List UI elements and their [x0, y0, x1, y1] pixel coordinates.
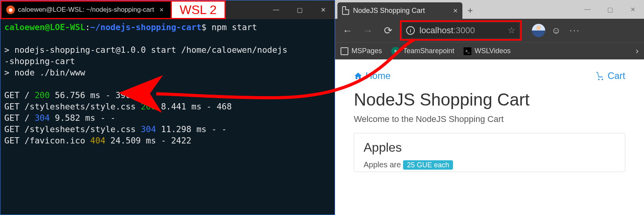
terminal-tab[interactable]: ◉ caloewen@LOE-WSL: ~/nodejs-shopping-ca… — [0, 0, 172, 19]
browser-close-button[interactable]: ✕ — [621, 0, 644, 19]
browser-tabstrip: NodeJS Shopping Cart × + — ▢ ✕ — [335, 0, 644, 19]
home-icon — [354, 72, 362, 80]
nav-home-label: Home — [366, 70, 391, 81]
browser-minimize-button[interactable]: — — [576, 0, 599, 19]
prompt-symbol: $ — [202, 22, 207, 32]
bookmark-label: WSLVideos — [475, 47, 510, 55]
browser-tab[interactable]: NodeJS Shopping Cart × — [337, 2, 462, 19]
site-info-icon[interactable]: i — [406, 26, 415, 35]
wsl-annotation-label: WSL 2 — [172, 0, 226, 19]
terminal-command: npm start — [212, 22, 257, 32]
bookmark-mspages[interactable]: MSPages — [341, 47, 382, 55]
bookmarks-bar: MSPages s TeamSharepoint >_ WSLVideos › — [335, 42, 644, 59]
product-text-prefix: Apples are — [364, 160, 403, 169]
url-host: localhost — [419, 25, 453, 35]
price-badge: 25 GUE each — [403, 160, 453, 170]
nav-home-link[interactable]: Home — [354, 70, 391, 81]
prompt-sep: : — [85, 22, 90, 32]
page-icon — [342, 6, 349, 15]
minimize-button[interactable]: — — [264, 0, 288, 19]
browser-window: NodeJS Shopping Cart × + — ▢ ✕ ← → ⟳ i l… — [335, 0, 644, 215]
product-card: Apples Apples are 25 GUE each — [354, 133, 625, 172]
close-button[interactable]: ✕ — [311, 0, 335, 19]
reload-button[interactable]: ⟳ — [380, 22, 397, 39]
page-content: Home Cart NodeJS Shopping Cart Welcome t… — [335, 59, 644, 215]
npm-output-line-1b: -shopping-cart — [4, 56, 75, 66]
bookmark-label: MSPages — [351, 47, 382, 55]
page-title: NodeJS Shopping Cart — [354, 90, 625, 109]
browser-tab-title: NodeJS Shopping Cart — [353, 7, 449, 15]
nav-cart-link[interactable]: Cart — [595, 70, 625, 81]
prompt-user: caloewen@LOE-WSL — [4, 22, 85, 32]
browser-window-controls: — ▢ ✕ — [576, 0, 644, 19]
page-navbar: Home Cart — [354, 70, 625, 81]
terminal-titlebar: ◉ caloewen@LOE-WSL: ~/nodejs-shopping-ca… — [0, 0, 335, 19]
more-menu-icon[interactable]: ··· — [567, 25, 583, 36]
npm-output-line-2: > node ./bin/www — [4, 68, 85, 77]
terminal-tab-close-icon[interactable]: × — [157, 6, 166, 14]
forward-button[interactable]: → — [359, 22, 376, 39]
favorite-icon[interactable]: ☆ — [508, 25, 516, 36]
browser-maximize-button[interactable]: ▢ — [599, 0, 621, 19]
back-button[interactable]: ← — [339, 22, 356, 39]
product-description: Apples are 25 GUE each — [364, 160, 615, 169]
profile-avatar[interactable] — [532, 24, 545, 37]
browser-toolbar: ← → ⟳ i localhost:3000 ☆ ☺ ··· — [335, 19, 644, 42]
bookmark-label: TeamSharepoint — [403, 47, 454, 55]
page-subtitle: Welcome to the NodeJS Shopping Cart — [354, 114, 625, 124]
terminal-tab-title: caloewen@LOE-WSL: ~/nodejs-shopping-cart — [18, 6, 154, 14]
url-port: :3000 — [453, 25, 475, 35]
nav-cart-label: Cart — [608, 70, 625, 81]
prompt-path: ~/nodejs-shopping-cart — [90, 22, 202, 32]
terminal-logs: GET / 200 56.756 ms - 3903 GET /styleshe… — [4, 90, 232, 145]
terminal-body[interactable]: caloewen@LOE-WSL:~/nodejs-shopping-cart$… — [0, 19, 335, 215]
wsl-icon: >_ — [464, 47, 471, 55]
bookmark-wslvideos[interactable]: >_ WSLVideos — [464, 47, 510, 55]
feedback-icon[interactable]: ☺ — [548, 25, 564, 36]
cart-icon — [595, 72, 605, 80]
address-bar[interactable]: i localhost:3000 ☆ — [402, 23, 519, 38]
address-bar-highlight: i localhost:3000 ☆ — [400, 20, 522, 41]
folder-icon — [341, 47, 348, 55]
tab-close-icon[interactable]: × — [453, 6, 458, 15]
terminal-window: ◉ caloewen@LOE-WSL: ~/nodejs-shopping-ca… — [0, 0, 335, 215]
bookmarks-overflow-icon[interactable]: › — [636, 46, 639, 56]
new-tab-button[interactable]: + — [462, 2, 478, 19]
terminal-window-controls: — ▢ ✕ — [264, 0, 335, 19]
maximize-button[interactable]: ▢ — [288, 0, 311, 19]
npm-output-line-1a: > nodejs-shopping-cart@1.0.0 start /home… — [4, 45, 287, 55]
sharepoint-icon: s — [391, 47, 400, 56]
ubuntu-icon: ◉ — [6, 5, 15, 14]
product-title: Apples — [364, 140, 615, 155]
address-text: localhost:3000 — [419, 25, 475, 36]
bookmark-teamsharepoint[interactable]: s TeamSharepoint — [391, 47, 454, 56]
